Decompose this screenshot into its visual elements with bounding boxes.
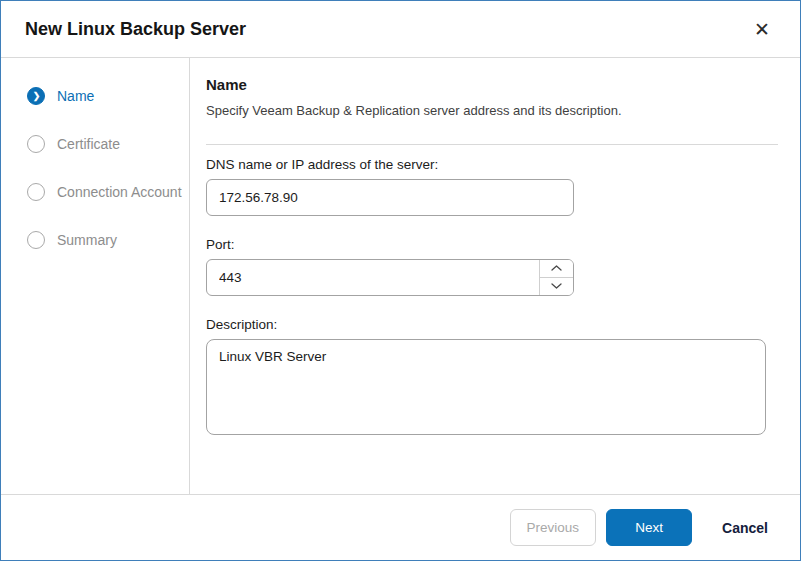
cancel-button[interactable]: Cancel — [718, 509, 772, 546]
dns-field-group: DNS name or IP address of the server: — [206, 157, 778, 216]
chevron-up-icon — [551, 265, 562, 271]
step-name-label: Name — [57, 88, 94, 104]
dialog-body: ❯ Name Certificate Connection Account Su… — [1, 58, 800, 494]
port-decrement-button[interactable] — [540, 278, 573, 296]
port-spinner-buttons — [539, 260, 573, 295]
dns-address-input[interactable] — [206, 179, 574, 216]
step-name[interactable]: ❯ Name — [1, 72, 189, 120]
step-content-panel: Name Specify Veeam Backup & Replication … — [190, 58, 800, 494]
step-connection-account-indicator — [27, 183, 45, 201]
step-summary[interactable]: Summary — [1, 216, 189, 264]
new-linux-backup-server-dialog: New Linux Backup Server ✕ ❯ Name Certifi… — [0, 0, 801, 561]
wizard-steps-sidebar: ❯ Name Certificate Connection Account Su… — [1, 58, 190, 494]
content-divider — [206, 144, 778, 145]
port-spinner — [206, 259, 574, 296]
description-field-label: Description: — [206, 317, 778, 332]
chevron-right-icon: ❯ — [33, 92, 41, 101]
dns-field-label: DNS name or IP address of the server: — [206, 157, 778, 172]
step-connection-account[interactable]: Connection Account — [1, 168, 189, 216]
dialog-footer: Previous Next Cancel — [1, 494, 800, 560]
chevron-down-icon — [551, 283, 562, 289]
port-field-label: Port: — [206, 237, 778, 252]
description-field-group: Description: Linux VBR Server — [206, 317, 778, 439]
step-certificate-label: Certificate — [57, 136, 120, 152]
previous-button[interactable]: Previous — [510, 509, 597, 546]
step-certificate-indicator — [27, 135, 45, 153]
description-textarea[interactable]: Linux VBR Server — [206, 339, 766, 435]
step-summary-label: Summary — [57, 232, 117, 248]
next-button[interactable]: Next — [606, 509, 692, 546]
port-field-group: Port: — [206, 237, 778, 296]
step-connection-account-label: Connection Account — [57, 184, 182, 200]
port-increment-button[interactable] — [540, 260, 573, 278]
close-icon: ✕ — [754, 19, 770, 40]
step-summary-indicator — [27, 231, 45, 249]
dialog-header: New Linux Backup Server ✕ — [1, 1, 800, 58]
content-heading: Name — [206, 76, 778, 93]
port-input[interactable] — [206, 259, 574, 296]
content-subtitle: Specify Veeam Backup & Replication serve… — [206, 103, 778, 118]
step-name-indicator: ❯ — [27, 87, 45, 105]
step-certificate[interactable]: Certificate — [1, 120, 189, 168]
close-button[interactable]: ✕ — [748, 16, 776, 43]
dialog-title: New Linux Backup Server — [25, 19, 246, 40]
